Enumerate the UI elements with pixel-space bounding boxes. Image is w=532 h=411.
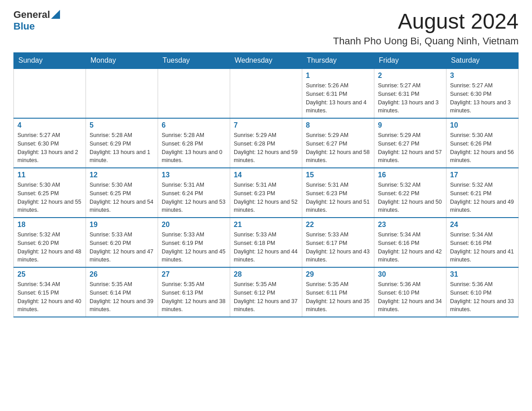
day-number: 11: [17, 171, 82, 179]
month-title: August 2024: [333, 9, 519, 34]
logo: General Blue: [13, 9, 60, 32]
calendar-week-1: 1Sunrise: 5:26 AMSunset: 6:31 PMDaylight…: [14, 68, 519, 118]
calendar-table: SundayMondayTuesdayWednesdayThursdayFrid…: [13, 52, 519, 317]
calendar-week-2: 4Sunrise: 5:27 AMSunset: 6:30 PMDaylight…: [14, 118, 519, 168]
day-number: 2: [378, 72, 442, 80]
day-number: 26: [90, 270, 154, 278]
calendar-week-5: 25Sunrise: 5:34 AMSunset: 6:15 PMDayligh…: [14, 267, 519, 317]
day-number: 30: [378, 270, 442, 278]
day-info: Sunrise: 5:34 AMSunset: 6:15 PMDaylight:…: [17, 281, 81, 313]
calendar-cell: [158, 68, 230, 118]
day-number: 6: [162, 121, 226, 129]
day-info: Sunrise: 5:28 AMSunset: 6:29 PMDaylight:…: [90, 132, 150, 163]
day-number: 16: [378, 171, 442, 179]
calendar-cell: 6Sunrise: 5:28 AMSunset: 6:28 PMDaylight…: [158, 118, 230, 168]
logo-triangle-icon: [51, 10, 60, 19]
calendar-cell: 10Sunrise: 5:30 AMSunset: 6:26 PMDayligh…: [446, 118, 519, 168]
day-info: Sunrise: 5:33 AMSunset: 6:20 PMDaylight:…: [90, 231, 153, 263]
day-number: 3: [450, 72, 515, 80]
calendar-cell: 15Sunrise: 5:31 AMSunset: 6:23 PMDayligh…: [302, 168, 374, 218]
calendar-cell: 24Sunrise: 5:34 AMSunset: 6:16 PMDayligh…: [446, 218, 519, 267]
calendar-cell: 17Sunrise: 5:32 AMSunset: 6:21 PMDayligh…: [446, 168, 519, 218]
calendar-cell: 26Sunrise: 5:35 AMSunset: 6:14 PMDayligh…: [86, 267, 158, 317]
day-number: 5: [90, 121, 154, 129]
calendar-cell: 29Sunrise: 5:35 AMSunset: 6:11 PMDayligh…: [302, 267, 374, 317]
day-info: Sunrise: 5:34 AMSunset: 6:16 PMDaylight:…: [450, 231, 514, 263]
weekday-header-friday: Friday: [374, 53, 446, 69]
day-info: Sunrise: 5:35 AMSunset: 6:12 PMDaylight:…: [234, 281, 297, 313]
calendar-week-3: 11Sunrise: 5:30 AMSunset: 6:25 PMDayligh…: [14, 168, 519, 218]
day-number: 31: [450, 270, 515, 278]
day-number: 8: [306, 121, 370, 129]
calendar-cell: 28Sunrise: 5:35 AMSunset: 6:12 PMDayligh…: [230, 267, 302, 317]
day-number: 19: [90, 221, 154, 229]
day-number: 24: [450, 221, 515, 229]
calendar-cell: 13Sunrise: 5:31 AMSunset: 6:24 PMDayligh…: [158, 168, 230, 218]
calendar-cell: 14Sunrise: 5:31 AMSunset: 6:23 PMDayligh…: [230, 168, 302, 218]
weekday-header-sunday: Sunday: [14, 53, 86, 69]
day-info: Sunrise: 5:27 AMSunset: 6:31 PMDaylight:…: [378, 82, 439, 114]
day-number: 10: [450, 121, 515, 129]
day-info: Sunrise: 5:32 AMSunset: 6:22 PMDaylight:…: [378, 182, 442, 213]
day-info: Sunrise: 5:27 AMSunset: 6:30 PMDaylight:…: [450, 82, 511, 114]
day-info: Sunrise: 5:33 AMSunset: 6:19 PMDaylight:…: [162, 231, 225, 263]
day-number: 25: [17, 270, 82, 278]
calendar-cell: 23Sunrise: 5:34 AMSunset: 6:16 PMDayligh…: [374, 218, 446, 267]
weekday-header-row: SundayMondayTuesdayWednesdayThursdayFrid…: [14, 53, 519, 69]
logo-general-text: General: [13, 9, 50, 21]
calendar-cell: 4Sunrise: 5:27 AMSunset: 6:30 PMDaylight…: [14, 118, 86, 168]
day-number: 14: [234, 171, 298, 179]
calendar-cell: 22Sunrise: 5:33 AMSunset: 6:17 PMDayligh…: [302, 218, 374, 267]
calendar-cell: 9Sunrise: 5:29 AMSunset: 6:27 PMDaylight…: [374, 118, 446, 168]
logo-blue-text: Blue: [13, 21, 35, 32]
day-info: Sunrise: 5:29 AMSunset: 6:28 PMDaylight:…: [234, 132, 297, 163]
day-number: 12: [90, 171, 154, 179]
calendar-cell: 27Sunrise: 5:35 AMSunset: 6:13 PMDayligh…: [158, 267, 230, 317]
day-info: Sunrise: 5:35 AMSunset: 6:13 PMDaylight:…: [162, 281, 225, 313]
calendar-cell: 3Sunrise: 5:27 AMSunset: 6:30 PMDaylight…: [446, 68, 519, 118]
day-number: 20: [162, 221, 226, 229]
calendar-cell: 30Sunrise: 5:36 AMSunset: 6:10 PMDayligh…: [374, 267, 446, 317]
day-info: Sunrise: 5:31 AMSunset: 6:24 PMDaylight:…: [162, 182, 225, 213]
day-info: Sunrise: 5:29 AMSunset: 6:27 PMDaylight:…: [378, 132, 442, 163]
day-number: 21: [234, 221, 298, 229]
day-number: 18: [17, 221, 82, 229]
day-info: Sunrise: 5:34 AMSunset: 6:16 PMDaylight:…: [378, 231, 442, 263]
calendar-cell: 18Sunrise: 5:32 AMSunset: 6:20 PMDayligh…: [14, 218, 86, 267]
calendar-cell: 1Sunrise: 5:26 AMSunset: 6:31 PMDaylight…: [302, 68, 374, 118]
calendar-cell: 19Sunrise: 5:33 AMSunset: 6:20 PMDayligh…: [86, 218, 158, 267]
day-info: Sunrise: 5:36 AMSunset: 6:10 PMDaylight:…: [378, 281, 442, 313]
calendar-cell: 21Sunrise: 5:33 AMSunset: 6:18 PMDayligh…: [230, 218, 302, 267]
day-info: Sunrise: 5:35 AMSunset: 6:14 PMDaylight:…: [90, 281, 153, 313]
calendar-cell: 12Sunrise: 5:30 AMSunset: 6:25 PMDayligh…: [86, 168, 158, 218]
day-info: Sunrise: 5:33 AMSunset: 6:18 PMDaylight:…: [234, 231, 297, 263]
day-number: 13: [162, 171, 226, 179]
day-number: 4: [17, 121, 82, 129]
day-number: 15: [306, 171, 370, 179]
day-info: Sunrise: 5:31 AMSunset: 6:23 PMDaylight:…: [234, 182, 297, 213]
day-info: Sunrise: 5:36 AMSunset: 6:10 PMDaylight:…: [450, 281, 514, 313]
day-info: Sunrise: 5:30 AMSunset: 6:26 PMDaylight:…: [450, 132, 514, 163]
calendar-cell: [230, 68, 302, 118]
calendar-body: 1Sunrise: 5:26 AMSunset: 6:31 PMDaylight…: [14, 68, 519, 317]
calendar-cell: [86, 68, 158, 118]
calendar-cell: 11Sunrise: 5:30 AMSunset: 6:25 PMDayligh…: [14, 168, 86, 218]
weekday-header-monday: Monday: [86, 53, 158, 69]
calendar-cell: 5Sunrise: 5:28 AMSunset: 6:29 PMDaylight…: [86, 118, 158, 168]
calendar-cell: 16Sunrise: 5:32 AMSunset: 6:22 PMDayligh…: [374, 168, 446, 218]
calendar-week-4: 18Sunrise: 5:32 AMSunset: 6:20 PMDayligh…: [14, 218, 519, 267]
calendar-cell: 2Sunrise: 5:27 AMSunset: 6:31 PMDaylight…: [374, 68, 446, 118]
day-info: Sunrise: 5:32 AMSunset: 6:21 PMDaylight:…: [450, 182, 514, 213]
header: General Blue August 2024 Thanh Pho Uong …: [13, 9, 519, 47]
day-number: 1: [306, 72, 370, 80]
day-number: 23: [378, 221, 442, 229]
calendar-cell: 25Sunrise: 5:34 AMSunset: 6:15 PMDayligh…: [14, 267, 86, 317]
calendar-cell: 31Sunrise: 5:36 AMSunset: 6:10 PMDayligh…: [446, 267, 519, 317]
day-number: 17: [450, 171, 515, 179]
day-info: Sunrise: 5:30 AMSunset: 6:25 PMDaylight:…: [17, 182, 81, 213]
weekday-header-saturday: Saturday: [446, 53, 519, 69]
calendar-cell: 20Sunrise: 5:33 AMSunset: 6:19 PMDayligh…: [158, 218, 230, 267]
day-info: Sunrise: 5:31 AMSunset: 6:23 PMDaylight:…: [306, 182, 369, 213]
weekday-header-tuesday: Tuesday: [158, 53, 230, 69]
calendar-cell: [14, 68, 86, 118]
